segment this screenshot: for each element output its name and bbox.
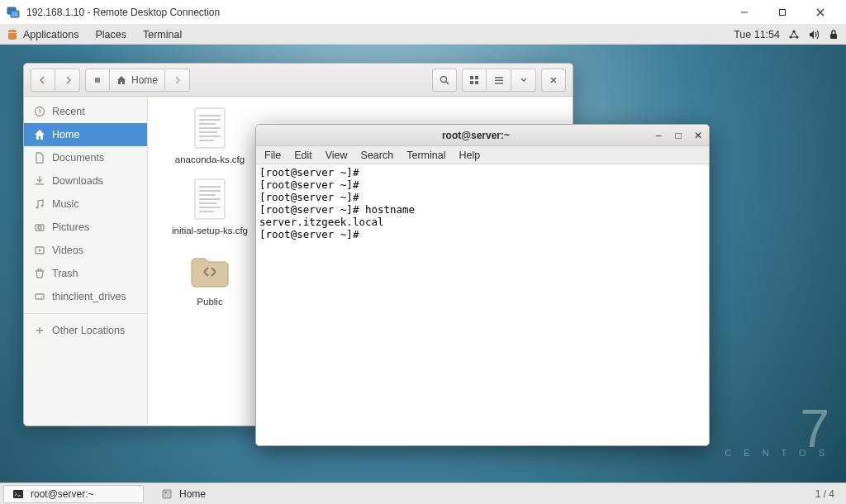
sidebar-other-label: Other Locations xyxy=(52,325,125,336)
gnome-right-status: Tue 11:54 xyxy=(734,29,839,40)
list-view-button[interactable] xyxy=(487,69,511,92)
forward-button[interactable] xyxy=(55,69,80,92)
terminal-menu[interactable]: Terminal xyxy=(143,29,182,40)
bottom-task-panel: root@server:~ Home 1 / 4 xyxy=(0,483,846,504)
terminal-menubar: File Edit View Search Terminal Help xyxy=(256,146,709,164)
sidebar-item-thinclient[interactable]: thinclient_drives xyxy=(24,285,147,308)
file-item-public[interactable]: Public xyxy=(164,247,255,307)
svg-rect-3 xyxy=(780,9,786,15)
svg-rect-39 xyxy=(199,186,221,188)
path-root-button[interactable] xyxy=(85,69,110,92)
sidebar-item-home[interactable]: Home xyxy=(24,123,147,146)
trash-icon xyxy=(34,268,45,279)
rdp-title: 192.168.1.10 - Remote Desktop Connection xyxy=(26,7,725,18)
svg-point-24 xyxy=(40,204,43,207)
clock-icon xyxy=(34,106,45,117)
svg-rect-43 xyxy=(199,202,217,204)
terminal-titlebar[interactable]: root@server:~ – □ ✕ xyxy=(256,125,709,146)
volume-icon[interactable] xyxy=(808,29,820,40)
svg-rect-45 xyxy=(199,211,214,212)
task-button-terminal[interactable]: root@server:~ xyxy=(3,485,144,503)
breadcrumb: Home xyxy=(85,69,190,92)
svg-rect-31 xyxy=(199,115,221,116)
svg-rect-13 xyxy=(470,76,473,79)
sidebar-downloads-label: Downloads xyxy=(52,175,103,187)
back-button[interactable] xyxy=(31,69,55,92)
activities-icon xyxy=(7,29,18,40)
search-button[interactable] xyxy=(432,69,457,92)
sidebar-item-recent[interactable]: Recent xyxy=(24,100,147,123)
files-headerbar: Home xyxy=(24,64,573,97)
svg-line-12 xyxy=(446,82,449,84)
sidebar-item-music[interactable]: Music xyxy=(24,193,147,216)
terminal-window: root@server:~ – □ ✕ File Edit View Searc… xyxy=(255,124,710,446)
desktop[interactable]: 7 C E N T O S Home xyxy=(0,45,846,483)
terminal-menu-edit[interactable]: Edit xyxy=(294,150,312,161)
terminal-minimize-button[interactable]: – xyxy=(653,130,664,141)
svg-point-29 xyxy=(41,296,43,297)
terminal-maximize-button[interactable]: □ xyxy=(673,130,684,141)
svg-rect-10 xyxy=(95,78,100,83)
svg-rect-33 xyxy=(199,123,216,125)
network-icon[interactable] xyxy=(788,29,800,40)
file-item-anaconda[interactable]: anaconda-ks.cfg xyxy=(164,105,255,164)
clock[interactable]: Tue 11:54 xyxy=(734,29,780,40)
sidebar-documents-label: Documents xyxy=(52,152,104,164)
sidebar-item-downloads[interactable]: Downloads xyxy=(24,169,147,193)
download-icon xyxy=(34,175,45,187)
svg-rect-42 xyxy=(199,198,221,200)
centos-watermark: 7 C E N T O S xyxy=(725,411,829,458)
view-buttons xyxy=(462,69,536,92)
file-label: initial-setup-ks.cfg xyxy=(172,226,248,235)
terminal-menu-help[interactable]: Help xyxy=(459,150,480,161)
terminal-close-button[interactable]: ✕ xyxy=(692,130,704,141)
sidebar-item-pictures[interactable]: Pictures xyxy=(24,216,147,239)
terminal-menu-terminal[interactable]: Terminal xyxy=(406,150,445,161)
svg-rect-32 xyxy=(199,119,221,121)
icon-view-button[interactable] xyxy=(462,69,487,92)
task-files-label: Home xyxy=(179,488,206,500)
svg-point-26 xyxy=(38,226,41,230)
minimize-button[interactable] xyxy=(725,0,763,25)
terminal-menu-file[interactable]: File xyxy=(264,150,281,161)
terminal-menu-search[interactable]: Search xyxy=(361,150,394,161)
svg-rect-37 xyxy=(199,140,214,141)
svg-rect-16 xyxy=(475,81,478,84)
pictures-icon xyxy=(34,221,45,233)
close-button[interactable] xyxy=(801,0,839,25)
terminal-output[interactable]: [root@server ~]# [root@server ~]# [root@… xyxy=(256,164,709,445)
svg-rect-46 xyxy=(13,490,23,498)
breadcrumb-home[interactable]: Home xyxy=(110,69,165,92)
svg-rect-15 xyxy=(470,81,473,84)
svg-rect-48 xyxy=(164,492,167,493)
sidebar-music-label: Music xyxy=(52,198,79,210)
sidebar-home-label: Home xyxy=(52,129,79,140)
maximize-button[interactable] xyxy=(763,0,801,25)
task-button-files[interactable]: Home xyxy=(152,485,292,503)
sidebar-item-documents[interactable]: Documents xyxy=(24,146,147,169)
svg-rect-17 xyxy=(495,77,503,78)
lock-icon[interactable] xyxy=(828,29,839,40)
sidebar-item-trash[interactable]: Trash xyxy=(24,262,147,285)
centos-label: C E N T O S xyxy=(725,448,829,458)
sidebar-item-other-locations[interactable]: Other Locations xyxy=(24,319,147,342)
svg-rect-40 xyxy=(199,190,221,192)
files-close-button[interactable] xyxy=(541,69,566,92)
svg-rect-14 xyxy=(475,76,478,79)
view-dropdown-button[interactable] xyxy=(511,69,536,92)
sidebar-recent-label: Recent xyxy=(52,106,85,117)
svg-rect-19 xyxy=(495,83,503,84)
sidebar-separator xyxy=(24,313,147,314)
breadcrumb-more[interactable] xyxy=(165,69,190,92)
terminal-icon xyxy=(12,488,24,500)
terminal-menu-view[interactable]: View xyxy=(326,150,348,161)
sidebar-item-videos[interactable]: Videos xyxy=(24,239,147,262)
file-item-initial-setup[interactable]: initial-setup-ks.cfg xyxy=(164,176,255,235)
places-menu[interactable]: Places xyxy=(95,29,126,40)
workspace-indicator[interactable]: 1 / 4 xyxy=(815,488,843,500)
applications-menu[interactable]: Applications xyxy=(23,29,78,40)
plus-icon xyxy=(34,325,45,336)
svg-rect-9 xyxy=(830,34,837,39)
file-manager-icon xyxy=(161,488,173,500)
svg-rect-18 xyxy=(495,79,503,81)
